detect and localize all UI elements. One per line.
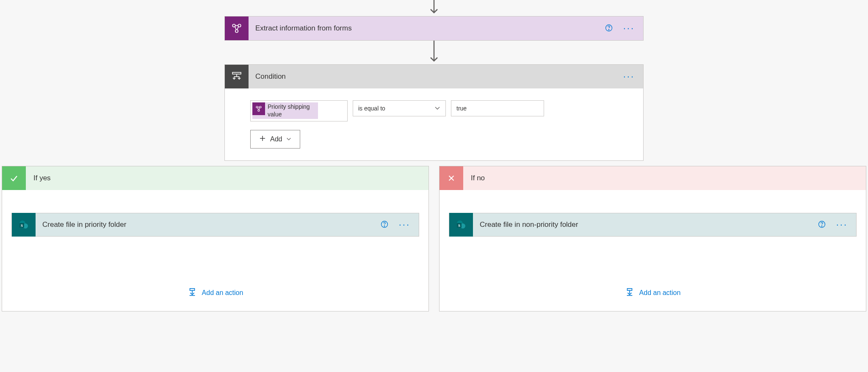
svg-rect-40 <box>627 289 632 291</box>
svg-text:S: S <box>21 223 23 228</box>
condition-value-input[interactable]: true <box>451 100 544 116</box>
extract-card[interactable]: Extract information from forms ··· <box>224 16 644 41</box>
more-menu-icon[interactable]: ··· <box>623 26 635 31</box>
ai-builder-icon <box>252 102 265 115</box>
if-yes-branch: If yes S Create file in priority folder <box>2 166 429 311</box>
more-menu-icon[interactable]: ··· <box>399 222 410 227</box>
sharepoint-icon: S <box>449 213 473 237</box>
flow-arrow <box>428 41 440 64</box>
no-action-card[interactable]: S Create file in non-priority folder <box>449 213 857 237</box>
condition-operator-select[interactable]: is equal to <box>353 100 446 116</box>
flow-arrow <box>428 0 440 16</box>
add-label: Add <box>270 135 282 143</box>
add-action-label: Add an action <box>639 289 681 297</box>
if-no-header[interactable]: If no <box>440 166 866 190</box>
add-action-yes[interactable]: Add an action <box>188 287 243 298</box>
help-icon[interactable] <box>605 24 613 33</box>
yes-action-card[interactable]: S Create file in priority folder ··· <box>11 213 419 237</box>
help-icon[interactable] <box>380 220 389 230</box>
more-menu-icon[interactable]: ··· <box>836 222 848 227</box>
svg-line-4 <box>235 27 236 30</box>
svg-point-3 <box>235 30 238 33</box>
if-yes-label: If yes <box>26 174 58 182</box>
token-label: Priority shipping value <box>265 102 318 119</box>
if-no-branch: If no S Create file in non-priority fold… <box>439 166 866 311</box>
dynamic-content-token[interactable]: Priority shipping value <box>252 102 318 119</box>
svg-point-39 <box>821 226 822 226</box>
if-no-label: If no <box>463 174 492 182</box>
svg-line-19 <box>259 107 260 110</box>
add-action-icon <box>188 287 197 298</box>
help-icon[interactable] <box>818 220 826 230</box>
svg-line-5 <box>237 27 238 30</box>
svg-rect-10 <box>232 72 241 74</box>
add-action-icon <box>625 287 634 298</box>
condition-icon <box>225 65 249 88</box>
extract-title: Extract information from forms <box>249 24 605 33</box>
add-condition-button[interactable]: Add <box>250 130 300 149</box>
svg-text:S: S <box>458 223 460 228</box>
condition-value: true <box>456 105 467 112</box>
check-icon <box>2 166 26 190</box>
plus-icon <box>259 135 266 143</box>
svg-point-8 <box>608 29 609 30</box>
sharepoint-icon: S <box>12 213 36 237</box>
yes-action-title: Create file in priority folder <box>36 213 380 236</box>
add-action-label: Add an action <box>202 289 243 297</box>
condition-card[interactable]: Condition ··· <box>224 64 644 161</box>
operator-value: is equal to <box>358 105 385 112</box>
condition-title: Condition <box>249 72 623 81</box>
ai-builder-icon <box>225 17 249 40</box>
chevron-down-icon <box>434 105 440 112</box>
svg-point-17 <box>258 110 260 111</box>
svg-rect-29 <box>190 289 194 291</box>
more-menu-icon[interactable]: ··· <box>623 74 635 79</box>
condition-left-operand[interactable]: Priority shipping value <box>250 100 348 121</box>
if-yes-header[interactable]: If yes <box>2 166 428 190</box>
svg-line-18 <box>257 107 258 110</box>
close-icon <box>440 166 463 190</box>
no-action-title: Create file in non-priority folder <box>473 213 818 236</box>
svg-point-28 <box>384 226 384 226</box>
chevron-down-icon <box>286 135 291 143</box>
add-action-no[interactable]: Add an action <box>625 287 681 298</box>
